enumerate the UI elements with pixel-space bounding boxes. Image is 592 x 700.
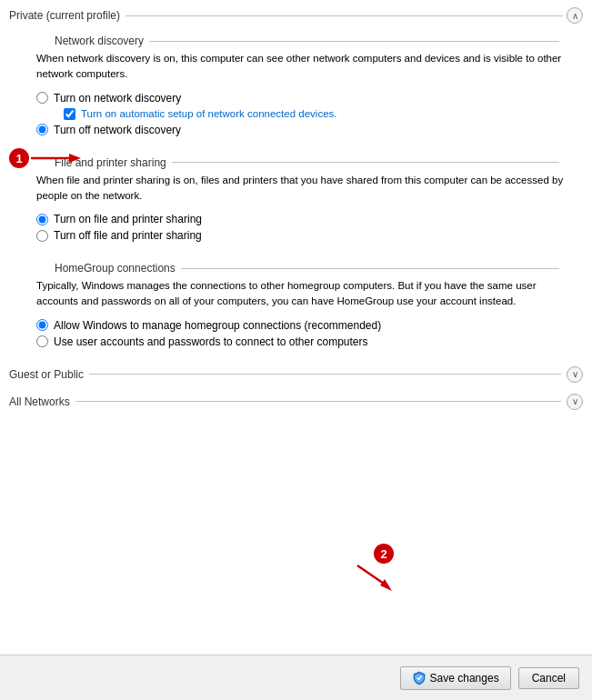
annotation-badge-1: 1 xyxy=(9,148,29,168)
fp-off-label[interactable]: Turn off file and printer sharing xyxy=(54,229,202,242)
network-discovery-header: Network discovery xyxy=(27,29,574,51)
nd-auto-label[interactable]: Turn on automatic setup of network conne… xyxy=(81,108,336,119)
nd-on-option: Turn on network discovery xyxy=(27,92,574,105)
hg-use-radio[interactable] xyxy=(36,335,48,347)
annotation-1: 1 xyxy=(9,148,81,168)
annotation-badge-2: 2 xyxy=(374,544,394,564)
nd-auto-checkbox[interactable] xyxy=(64,108,75,120)
annotation-arrow-2 xyxy=(348,565,394,593)
nd-off-option: Turn off network discovery xyxy=(27,124,574,136)
nd-on-radio[interactable] xyxy=(36,92,48,104)
save-button-label: Save changes xyxy=(430,672,499,685)
save-button[interactable]: Save changes xyxy=(400,666,511,690)
fp-on-label[interactable]: Turn on file and printer sharing xyxy=(54,213,202,225)
svg-marker-3 xyxy=(380,579,392,591)
private-section-header[interactable]: Private (current profile) ∧ xyxy=(0,0,592,27)
nd-off-radio[interactable] xyxy=(36,124,48,135)
shield-icon xyxy=(412,671,426,685)
main-container: Private (current profile) ∧ Network disc… xyxy=(0,0,592,655)
homegroup-header: HomeGroup connections xyxy=(27,256,574,278)
homegroup-line xyxy=(181,268,559,269)
annotation-arrow-1 xyxy=(31,152,81,165)
fp-off-radio[interactable] xyxy=(36,230,48,242)
file-printer-sharing-section: File and printer sharing When file and p… xyxy=(0,149,592,255)
nd-on-label[interactable]: Turn on network discovery xyxy=(54,92,181,105)
cancel-button-label: Cancel xyxy=(532,672,566,685)
all-networks-line xyxy=(75,401,561,402)
file-printer-sharing-description: When file and printer sharing is on, fil… xyxy=(27,173,574,205)
network-discovery-line xyxy=(149,41,559,42)
fp-on-radio[interactable] xyxy=(36,214,48,225)
hg-allow-option: Allow Windows to manage homegroup connec… xyxy=(27,319,574,332)
cancel-button[interactable]: Cancel xyxy=(518,667,579,689)
bottom-bar: Save changes Cancel xyxy=(0,655,592,700)
hg-use-option: Use user accounts and passwords to conne… xyxy=(27,335,574,348)
svg-marker-1 xyxy=(69,154,81,163)
guest-public-header[interactable]: Guest or Public ∨ xyxy=(0,361,592,388)
guest-public-chevron[interactable]: ∨ xyxy=(567,366,583,383)
fp-on-option: Turn on file and printer sharing xyxy=(27,213,574,225)
homegroup-title: HomeGroup connections xyxy=(36,262,176,275)
guest-public-line xyxy=(89,374,561,375)
network-discovery-title: Network discovery xyxy=(36,35,144,47)
nd-off-label[interactable]: Turn off network discovery xyxy=(54,124,181,136)
hg-allow-radio[interactable] xyxy=(36,319,48,331)
nd-auto-setup-option: Turn on automatic setup of network conne… xyxy=(64,108,574,120)
hg-allow-label[interactable]: Allow Windows to manage homegroup connec… xyxy=(54,319,381,332)
fp-off-option: Turn off file and printer sharing xyxy=(27,229,574,242)
svg-line-2 xyxy=(357,565,386,585)
annotation-2: 2 xyxy=(348,544,394,593)
homegroup-description: Typically, Windows manages the connectio… xyxy=(27,278,574,310)
guest-public-title: Guest or Public xyxy=(9,368,84,381)
private-section-line xyxy=(125,15,563,16)
file-printer-sharing-line xyxy=(172,162,559,163)
network-discovery-section: Network discovery When network discovery… xyxy=(0,27,592,149)
network-discovery-description: When network discovery is on, this compu… xyxy=(27,51,574,83)
all-networks-chevron[interactable]: ∨ xyxy=(567,394,583,410)
hg-use-label[interactable]: Use user accounts and passwords to conne… xyxy=(54,335,368,348)
all-networks-header[interactable]: All Networks ∨ xyxy=(0,388,592,415)
all-networks-title: All Networks xyxy=(9,395,70,408)
private-section-chevron[interactable]: ∧ xyxy=(567,7,583,24)
private-section-title: Private (current profile) xyxy=(9,9,120,22)
file-printer-sharing-header: File and printer sharing xyxy=(27,151,574,173)
homegroup-section: HomeGroup connections Typically, Windows… xyxy=(0,255,592,361)
